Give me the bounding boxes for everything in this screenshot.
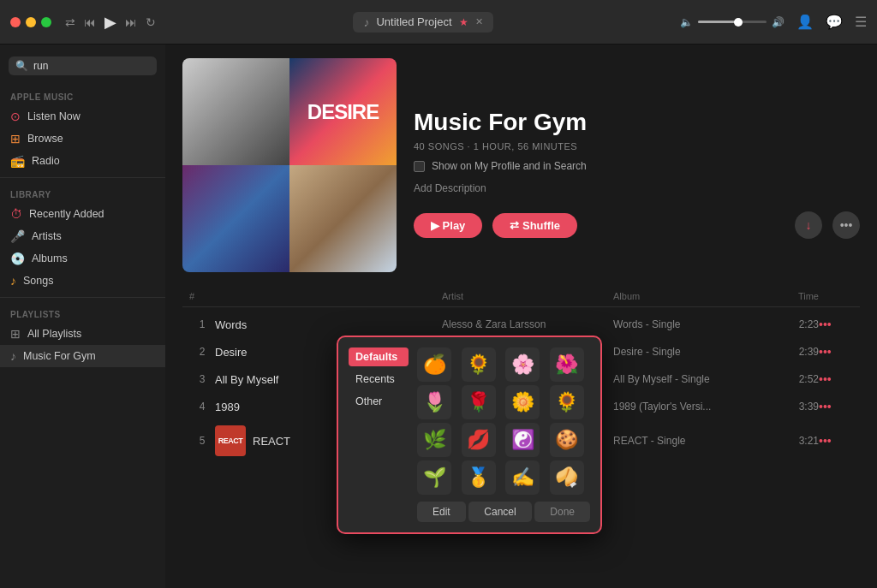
emoji-cell[interactable]: 🌹 xyxy=(462,385,496,419)
album-art-2 xyxy=(289,58,397,165)
account-icon[interactable]: 👤 xyxy=(796,14,814,30)
songs-icon: ♪ xyxy=(10,274,16,288)
chat-icon[interactable]: 💬 xyxy=(826,14,843,30)
repeat-button[interactable]: ↻ xyxy=(146,15,156,29)
download-button[interactable]: ↓ xyxy=(795,211,822,239)
star-icon[interactable]: ★ xyxy=(459,16,468,28)
emoji-cell[interactable]: 🌺 xyxy=(550,347,584,382)
song-options-button[interactable]: ••• xyxy=(819,372,853,386)
emoji-cell[interactable]: 🌸 xyxy=(505,347,540,382)
header-time: Time xyxy=(767,291,819,301)
emoji-cell[interactable]: 🌿 xyxy=(417,423,451,457)
album-art-1 xyxy=(182,58,289,165)
search-input[interactable] xyxy=(33,60,162,72)
emoji-cat-defaults[interactable]: Defaults xyxy=(349,347,409,366)
song-number: 5 xyxy=(189,435,215,447)
listen-now-label: Listen Now xyxy=(27,110,81,122)
emoji-cat-recents[interactable]: Recents xyxy=(349,370,409,389)
emoji-cancel-button[interactable]: Cancel xyxy=(468,502,531,522)
emoji-cell[interactable]: 🌻 xyxy=(550,385,584,419)
sidebar-item-radio[interactable]: 📻 Radio xyxy=(0,150,165,172)
recently-added-icon: ⏱ xyxy=(10,207,22,221)
emoji-cell[interactable]: 🌼 xyxy=(505,385,540,419)
all-playlists-label: All Playlists xyxy=(27,328,81,340)
emoji-cell[interactable]: 🥠 xyxy=(550,460,584,495)
radio-icon: 📻 xyxy=(10,154,25,168)
emoji-grid: 🍊 🌻 🌸 🌺 🌷 🌹 🌼 🌻 🌿 💋 ☯️ 🍪 🌱 🥇 xyxy=(417,347,590,495)
browse-icon: ⊞ xyxy=(10,132,21,146)
titlebar-right: 🔈 🔊 👤 💬 ☰ xyxy=(680,14,867,30)
song-options-button[interactable]: ••• xyxy=(819,318,853,331)
sidebar-item-browse[interactable]: ⊞ Browse xyxy=(0,128,165,150)
volume-thumb[interactable] xyxy=(734,18,743,27)
sidebar-item-all-playlists[interactable]: ⊞ All Playlists xyxy=(0,323,165,345)
library-section-label: Library xyxy=(0,187,165,203)
apple-music-section-label: Apple Music xyxy=(0,89,165,105)
song-options-button[interactable]: ••• xyxy=(819,400,853,413)
song-album: All By Myself - Single xyxy=(613,373,767,385)
emoji-cell[interactable]: ✍️ xyxy=(505,460,540,495)
volume-track[interactable] xyxy=(698,21,767,23)
sidebar-item-songs[interactable]: ♪ Songs xyxy=(0,270,165,292)
header-num: # xyxy=(189,291,215,301)
song-title: REACT xyxy=(253,435,290,448)
sidebar-item-artists[interactable]: 🎤 Artists xyxy=(0,225,165,247)
emoji-actions: Edit Cancel Done xyxy=(417,502,590,522)
next-button[interactable]: ⏭ xyxy=(125,15,137,29)
song-row[interactable]: 1 Words Alesso & Zara Larsson Words - Si… xyxy=(182,311,860,338)
song-time: 2:39 xyxy=(767,346,819,358)
sidebar-item-albums[interactable]: 💿 Albums xyxy=(0,247,165,270)
emoji-cell[interactable]: 🌻 xyxy=(462,347,496,382)
emoji-cell[interactable]: 🌱 xyxy=(417,460,451,495)
emoji-grid-area: 🍊 🌻 🌸 🌺 🌷 🌹 🌼 🌻 🌿 💋 ☯️ 🍪 🌱 🥇 xyxy=(417,347,590,522)
menu-icon[interactable]: ☰ xyxy=(855,14,867,30)
artists-icon: 🎤 xyxy=(10,229,25,243)
maximize-button[interactable] xyxy=(41,17,51,27)
sidebar-item-music-gym[interactable]: ♪ Music For Gym xyxy=(0,345,165,367)
volume-slider[interactable]: 🔈 🔊 xyxy=(680,16,785,28)
emoji-cell[interactable]: 🍊 xyxy=(417,347,451,382)
emoji-cell[interactable]: 🥇 xyxy=(462,460,496,495)
title-tab[interactable]: ♪ Untitled Project ★ ✕ xyxy=(353,12,492,33)
close-button[interactable] xyxy=(10,17,21,27)
tab-close-icon[interactable]: ✕ xyxy=(475,16,483,27)
album-art-3 xyxy=(182,165,289,272)
sidebar-item-listen-now[interactable]: ⊙ Listen Now xyxy=(0,105,165,128)
title-tab-area: ♪ Untitled Project ★ ✕ xyxy=(166,12,680,33)
playlist-info: Music For Gym 40 SONGS · 1 HOUR, 56 MINU… xyxy=(414,58,860,272)
song-options-button[interactable]: ••• xyxy=(819,434,853,448)
emoji-edit-button[interactable]: Edit xyxy=(417,502,466,522)
emoji-cell[interactable]: 🍪 xyxy=(550,423,584,457)
duration-separator: · xyxy=(468,141,474,151)
more-options-button[interactable]: ••• xyxy=(832,211,860,239)
show-profile-checkbox[interactable] xyxy=(414,161,425,172)
add-description[interactable]: Add Description xyxy=(414,182,860,194)
emoji-cell[interactable]: 💋 xyxy=(462,423,496,457)
volume-high-icon: 🔊 xyxy=(772,16,785,28)
duration: 1 HOUR, 56 MINUTES xyxy=(474,141,577,151)
emoji-cell[interactable]: 🌷 xyxy=(417,385,451,419)
play-pause-button[interactable]: ▶ xyxy=(104,13,116,32)
prev-button[interactable]: ⏮ xyxy=(84,15,96,29)
emoji-cat-other[interactable]: Other xyxy=(349,392,409,411)
emoji-done-button[interactable]: Done xyxy=(534,502,590,522)
playlist-actions: ▶ Play ⇄ Shuffle ↓ ••• xyxy=(414,211,860,239)
search-bar[interactable]: 🔍 ✕ xyxy=(9,56,157,75)
song-time: 3:39 xyxy=(767,401,819,413)
minimize-button[interactable] xyxy=(26,17,36,27)
artists-label: Artists xyxy=(32,230,62,242)
shuffle-button[interactable]: ⇄ xyxy=(65,15,75,29)
emoji-picker-overlay: Defaults Recents Other 🍊 🌻 🌸 🌺 🌷 🌹 🌼 🌻 xyxy=(337,336,602,534)
song-list-header: # Artist Album Time xyxy=(182,286,860,307)
albums-icon: 💿 xyxy=(10,252,25,265)
emoji-cell[interactable]: ☯️ xyxy=(505,423,540,457)
play-button[interactable]: ▶ Play xyxy=(414,213,482,238)
shuffle-button[interactable]: ⇄ Shuffle xyxy=(492,213,577,238)
radio-label: Radio xyxy=(32,155,60,167)
playlist-title: Music For Gym xyxy=(414,109,860,136)
sidebar-item-recently-added[interactable]: ⏱ Recently Added xyxy=(0,203,165,225)
music-gym-label: Music For Gym xyxy=(23,350,96,362)
song-options-button[interactable]: ••• xyxy=(819,345,853,359)
music-note-icon: ♪ xyxy=(363,15,369,29)
content-wrapper: Music For Gym 40 SONGS · 1 HOUR, 56 MINU… xyxy=(165,45,877,588)
